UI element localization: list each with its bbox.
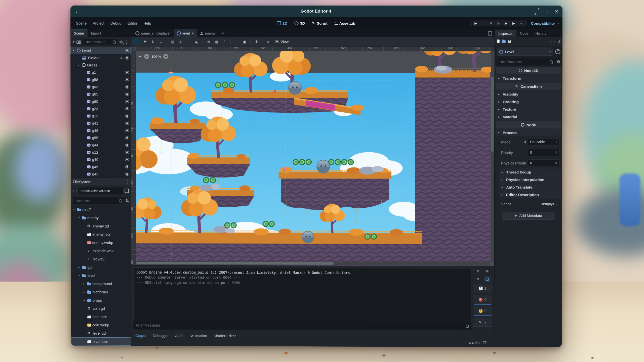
coin[interactable] bbox=[210, 177, 216, 183]
expand-chevron[interactable]: ▸ bbox=[77, 266, 81, 269]
close-button[interactable]: ✕ bbox=[555, 9, 558, 14]
property-dropdown[interactable]: Pausable▾ bbox=[528, 138, 559, 146]
file-row[interactable]: coin.gd bbox=[71, 304, 131, 313]
scene-tree-menu-icon[interactable]: ⋮ bbox=[125, 39, 129, 44]
load-resource-icon[interactable] bbox=[502, 39, 506, 43]
bottom-tab[interactable]: Animation bbox=[191, 334, 207, 338]
file-row[interactable]: enemy.webp bbox=[71, 238, 131, 247]
coin[interactable] bbox=[269, 221, 274, 227]
center-view-icon[interactable]: ✛ bbox=[138, 54, 142, 59]
group-button[interactable]: ▣ bbox=[241, 38, 248, 45]
clear-output-icon[interactable]: ⊘ bbox=[474, 268, 481, 274]
collapse-duplicates-icon[interactable]: ≡ bbox=[474, 276, 481, 282]
filesystem-menu-icon[interactable]: ⋮ bbox=[126, 180, 129, 184]
open-docs-icon[interactable] bbox=[555, 49, 560, 54]
nav-back-icon[interactable]: ‹ bbox=[73, 188, 74, 193]
file-row[interactable]: ▾ level bbox=[71, 271, 131, 280]
scene-tree-row[interactable]: g46 bbox=[71, 163, 131, 170]
file-row[interactable]: ▾ res:// bbox=[71, 205, 131, 214]
menu-item[interactable]: Project bbox=[90, 20, 107, 26]
menu-item[interactable]: Help bbox=[141, 20, 154, 26]
context-tab[interactable]: Script bbox=[309, 20, 330, 26]
new-resource-icon[interactable] bbox=[497, 39, 500, 43]
bottom-tab[interactable]: Audio bbox=[175, 334, 184, 338]
file-row[interactable]: ▸ platforms bbox=[71, 288, 131, 296]
play-custom-scene-button[interactable]: ▶ bbox=[512, 21, 516, 25]
coin[interactable] bbox=[348, 159, 353, 165]
expand-viewport-icon[interactable] bbox=[488, 31, 492, 35]
scene-tree-row[interactable]: g23 bbox=[71, 105, 131, 112]
context-tab[interactable]: 3D bbox=[292, 20, 307, 26]
play-button[interactable]: ▶ bbox=[474, 21, 478, 25]
sort-files-icon[interactable]: ⇅ bbox=[126, 198, 129, 203]
scene-tab[interactable]: game_singleplayer bbox=[132, 30, 174, 37]
new-scene-tab-button[interactable]: + bbox=[219, 31, 227, 37]
inspector-subsection[interactable]: ▸ Auto Translate bbox=[499, 184, 561, 191]
scene-tree-row[interactable]: TileMap ⚠ bbox=[70, 54, 131, 61]
scene-tab[interactable]: enemy bbox=[197, 30, 219, 37]
history-back-icon[interactable]: ‹ bbox=[550, 39, 552, 43]
expand-chevron[interactable]: ▸ bbox=[83, 291, 86, 293]
property-spinner[interactable]: 0⇅ bbox=[528, 149, 559, 156]
scene-tab[interactable]: level ✕ bbox=[174, 30, 197, 37]
vertical-scrollbar-thumb[interactable] bbox=[491, 77, 494, 152]
visibility-eye-icon[interactable] bbox=[125, 129, 129, 132]
inspector-subsection[interactable]: ▸ Thread Group bbox=[499, 168, 561, 176]
scene-tree-row[interactable]: g1 bbox=[71, 69, 131, 76]
menu-item[interactable]: Editor bbox=[125, 20, 140, 26]
inspector-tab[interactable]: History bbox=[532, 30, 550, 37]
history-forward-icon[interactable]: › bbox=[554, 39, 555, 43]
attach-script-button[interactable]: ⚙ bbox=[119, 39, 123, 44]
zoom-out-button[interactable]: − bbox=[144, 54, 149, 59]
visibility-eye-icon[interactable] bbox=[125, 93, 129, 96]
inspector-tab[interactable]: Inspector bbox=[495, 30, 516, 37]
snap-options-menu[interactable]: ⋮ bbox=[221, 38, 228, 45]
2d-viewport[interactable]: -100010020030040050060070080090010001100… bbox=[131, 47, 494, 266]
enemy-sprite[interactable] bbox=[317, 160, 330, 174]
add-metadata-button[interactable]: + Add Metadata bbox=[502, 212, 554, 220]
expand-chevron[interactable]: ▾ bbox=[77, 216, 81, 219]
scene-tree-row[interactable]: g65 bbox=[71, 90, 131, 98]
output-console[interactable]: Godot Engine v4.4.dev.custom_build (c) 2… bbox=[133, 267, 472, 324]
pan-tool[interactable] bbox=[185, 38, 192, 45]
scene-tree-row[interactable]: g40 bbox=[71, 156, 131, 163]
coin[interactable] bbox=[299, 159, 305, 165]
expand-chevron[interactable]: ▸ bbox=[83, 282, 86, 285]
save-resource-icon[interactable] bbox=[508, 39, 511, 43]
inspector-section[interactable]: ▸ Ordering bbox=[496, 98, 561, 105]
fullscreen-button[interactable] bbox=[535, 9, 539, 14]
back-button[interactable]: ← bbox=[75, 8, 80, 14]
minimize-button[interactable]: − bbox=[546, 9, 548, 14]
skeleton-menu[interactable]: ⋔ bbox=[253, 38, 260, 45]
chevron-down-icon[interactable]: ▾ bbox=[557, 21, 559, 25]
dock-tab[interactable]: Scene bbox=[70, 30, 87, 37]
file-row[interactable]: coin.tscn bbox=[71, 312, 131, 321]
inspector-section[interactable]: ▾ Process bbox=[496, 129, 561, 136]
script-value[interactable]: <empty>▾ bbox=[539, 201, 560, 207]
expand-chevron[interactable]: ▾ bbox=[77, 274, 81, 277]
view-menu[interactable]: View bbox=[274, 39, 289, 44]
update-indicator-icon[interactable]: TT bbox=[483, 341, 487, 345]
pivot-tool[interactable]: ◎ bbox=[177, 38, 184, 45]
visibility-eye-icon[interactable] bbox=[125, 71, 129, 74]
warnings-toggle[interactable]: 0 bbox=[473, 306, 492, 316]
file-row[interactable]: coin.webp bbox=[71, 321, 131, 329]
visibility-eye-icon[interactable] bbox=[125, 56, 129, 59]
toggle-split-mode-icon[interactable] bbox=[125, 189, 129, 193]
lock-button[interactable] bbox=[233, 38, 240, 45]
inspector-section[interactable]: ▸ Visibility bbox=[496, 90, 561, 98]
warning-icon[interactable]: ⚠ bbox=[120, 56, 123, 60]
filter-messages-input[interactable]: Filter Messages bbox=[133, 321, 471, 331]
renderer-selector[interactable]: Compatibility bbox=[531, 21, 555, 25]
close-tab-icon[interactable]: ✕ bbox=[191, 31, 194, 35]
horizontal-scrollbar-thumb[interactable] bbox=[136, 262, 334, 265]
file-row[interactable]: ▾ enemy bbox=[71, 214, 131, 222]
inspector-section[interactable]: ▸ Texture bbox=[496, 106, 561, 113]
messages-toggle[interactable]: 2 bbox=[473, 318, 492, 327]
coin[interactable] bbox=[215, 82, 221, 88]
select-tool[interactable] bbox=[133, 38, 140, 45]
file-row[interactable]: level.tscn bbox=[71, 337, 131, 346]
zoom-in-button[interactable]: + bbox=[163, 54, 168, 59]
property-tools-icon[interactable]: ⚙ bbox=[557, 59, 560, 64]
coin[interactable] bbox=[365, 234, 370, 239]
